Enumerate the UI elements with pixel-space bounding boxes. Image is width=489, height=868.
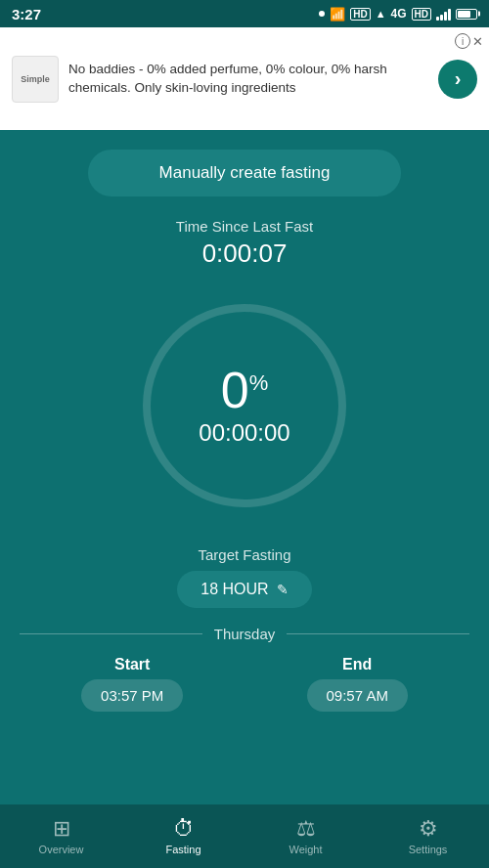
target-value-button[interactable]: 18 HOUR ✎: [177, 571, 311, 608]
weight-icon: ⚖: [296, 818, 316, 840]
ad-info-icon[interactable]: i: [455, 33, 470, 49]
fasting-icon: ⏱: [173, 818, 195, 840]
battery-icon: [456, 9, 477, 20]
battery-fill: [458, 11, 470, 18]
start-value: 03:57 PM: [81, 679, 183, 712]
ad-close-area[interactable]: i ✕: [455, 33, 483, 49]
day-line-left: [20, 633, 202, 634]
hd-badge-2: HD: [412, 8, 431, 21]
overview-icon: ⊞: [53, 818, 70, 840]
edit-icon: ✎: [277, 582, 289, 597]
time-since-label: Time Since Last Fast: [176, 218, 313, 235]
signal-bars: [436, 7, 451, 21]
network-type: 4G: [391, 7, 407, 21]
target-value-text: 18 HOUR: [200, 581, 268, 598]
day-line-right: [287, 633, 469, 634]
hd-badge-1: HD: [350, 8, 370, 21]
start-end-row: Start 03:57 PM End 09:57 AM: [20, 656, 469, 712]
status-time: 3:27: [12, 6, 41, 22]
wifi-icon: 📶: [330, 7, 345, 22]
nav-item-overview[interactable]: ⊞ Overview: [0, 818, 122, 855]
circle-inner: 0 % 00:00:00: [199, 365, 289, 447]
create-fasting-button[interactable]: Manually create fasting: [88, 150, 401, 196]
day-separator: Thursday: [20, 626, 469, 642]
overview-label: Overview: [39, 844, 84, 855]
signal-bar-4: [448, 9, 451, 21]
signal-bar-2: [440, 15, 443, 21]
signal-bar-3: [444, 12, 447, 21]
end-value: 09:57 AM: [307, 679, 408, 712]
time-since-value: 0:00:07: [202, 239, 288, 269]
day-text: Thursday: [202, 626, 288, 642]
ad-close-icon[interactable]: ✕: [472, 34, 483, 49]
network-icon: ▲: [376, 8, 386, 20]
start-label: Start: [114, 656, 150, 673]
fasting-label: Fasting: [165, 844, 200, 855]
timer-display: 00:00:00: [199, 419, 289, 447]
dot-indicator: [319, 11, 325, 17]
end-column: End 09:57 AM: [307, 656, 408, 712]
signal-bar-1: [436, 17, 439, 21]
circular-progress: 0 % 00:00:00: [127, 288, 362, 523]
nav-item-fasting[interactable]: ⏱ Fasting: [122, 818, 244, 855]
nav-item-settings[interactable]: ⚙ Settings: [367, 818, 489, 855]
target-label: Target Fasting: [198, 546, 290, 563]
status-bar: 3:27 📶 HD ▲ 4G HD: [0, 0, 489, 27]
ad-logo: Simple: [12, 56, 59, 103]
percent-display: 0 %: [221, 365, 268, 415]
percent-sign: %: [249, 372, 269, 394]
status-icons: 📶 HD ▲ 4G HD: [319, 7, 477, 22]
end-label: End: [342, 656, 372, 673]
start-column: Start 03:57 PM: [81, 656, 183, 712]
ad-arrow-button[interactable]: ›: [438, 60, 477, 99]
main-content: Manually create fasting Time Since Last …: [0, 130, 489, 804]
weight-label: Weight: [289, 844, 322, 855]
percent-number: 0: [221, 365, 249, 415]
bottom-nav: ⊞ Overview ⏱ Fasting ⚖ Weight ⚙ Settings: [0, 804, 489, 868]
settings-label: Settings: [409, 844, 448, 855]
nav-item-weight[interactable]: ⚖ Weight: [244, 818, 367, 855]
ad-banner: Simple No baddies - 0% added perfume, 0%…: [0, 27, 489, 130]
ad-text: No baddies - 0% added perfume, 0% colour…: [68, 61, 430, 98]
settings-icon: ⚙: [419, 818, 438, 840]
